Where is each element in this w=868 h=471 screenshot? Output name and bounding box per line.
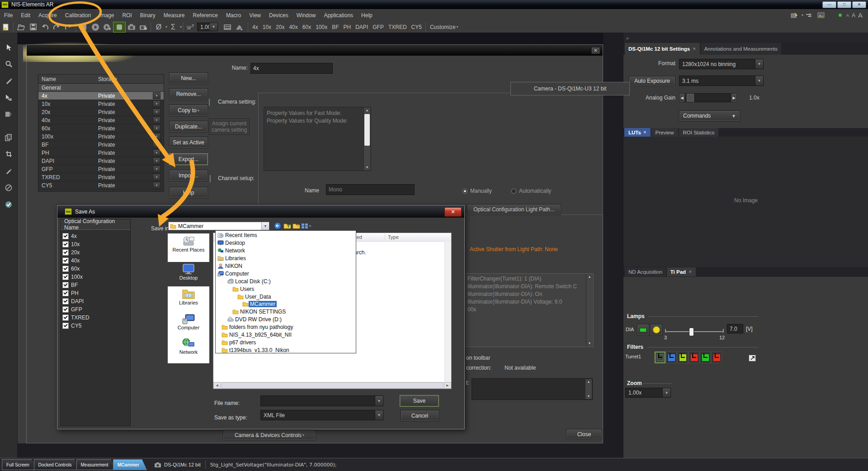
camera-setting-checkbox[interactable] — [209, 99, 210, 106]
tab-ti-pad[interactable]: Ti Pad✕ — [667, 267, 696, 276]
tab-camera-settings[interactable]: DS-Qi1Mc 12 bit Settings✕ — [625, 43, 700, 55]
comment-scrollbar[interactable]: ▲▼ — [585, 379, 592, 399]
save-in-dropdown-icon[interactable]: ▼ — [261, 222, 269, 230]
row-dropdown-icon[interactable]: ▼ — [153, 141, 160, 148]
disabled-tool-icon[interactable] — [0, 179, 17, 196]
set-as-active-button[interactable]: Set as Active — [169, 137, 208, 148]
shortcut-txred[interactable]: TXRED — [386, 22, 409, 32]
tree-item-users[interactable]: Users — [216, 285, 356, 293]
customize-button[interactable]: Customize▾ — [428, 22, 461, 32]
back-folder-icon[interactable] — [273, 221, 282, 231]
camera-settings-icon[interactable] — [137, 22, 149, 32]
menu-edit[interactable]: Edit — [17, 9, 34, 21]
wide-tele-tool-icon[interactable]: WT — [185, 22, 197, 32]
tab-close-icon[interactable]: ✕ — [643, 130, 646, 134]
layout-tab-docked-controls[interactable]: Docked Controls — [34, 459, 80, 470]
menu-measure[interactable]: Measure — [160, 9, 189, 21]
auto-exposure-button[interactable]: Auto Exposure — [629, 76, 675, 86]
menu-acquire[interactable]: Acquire — [34, 9, 61, 21]
export-button[interactable]: Export... — [169, 153, 208, 165]
shortcut-cy5[interactable]: CY5 — [409, 22, 424, 32]
layout-tab-full-screen[interactable]: Full Screen — [2, 459, 37, 470]
fill-tool-icon[interactable] — [233, 22, 245, 32]
row-dropdown-icon[interactable]: ▼ — [153, 149, 160, 156]
channel-setup-checkbox[interactable] — [210, 175, 211, 182]
config-row-txred[interactable]: TXREDPrivate▼ — [38, 173, 164, 181]
check-item-dapi[interactable]: DAPI — [62, 297, 130, 305]
magnification-select[interactable]: 1.00x▼ — [197, 23, 218, 31]
place-computer[interactable]: Computer — [168, 313, 209, 330]
shortcut-20x[interactable]: 20x — [274, 22, 287, 32]
row-dropdown-icon[interactable]: ▼ — [153, 117, 160, 124]
menu-file[interactable]: File — [0, 9, 17, 21]
place-desktop[interactable]: Desktop — [168, 263, 209, 281]
lut-panel-icon[interactable] — [222, 22, 233, 32]
menu-calibration[interactable]: Calibration — [61, 9, 95, 21]
filter-position-3-button[interactable] — [677, 352, 688, 363]
menu-macro[interactable]: Macro — [222, 9, 245, 21]
name-input[interactable]: 4x — [250, 63, 333, 74]
menu-window[interactable]: Window — [292, 9, 320, 21]
tree-item-user-data[interactable]: User_Data — [216, 293, 356, 300]
tree-item-desktop[interactable]: Desktop — [216, 239, 356, 247]
menu-devices[interactable]: Devices — [265, 9, 292, 21]
config-row-10x[interactable]: 10xPrivate▼ — [38, 100, 164, 108]
layers-brush-icon[interactable] — [789, 10, 801, 20]
config-row-ph[interactable]: PHPrivate▼ — [38, 149, 164, 157]
pointer-options-icon[interactable] — [0, 89, 17, 106]
tab-close-icon[interactable]: ✕ — [693, 47, 696, 51]
zoom-select[interactable]: 1.00x▼ — [625, 388, 671, 398]
font-size-small-icon[interactable]: A — [846, 13, 849, 18]
tree-item-dvd-drive[interactable]: DVD RW Drive (D:) — [216, 316, 356, 324]
config-row-gfp[interactable]: GFPPrivate▼ — [38, 165, 164, 173]
remove-button[interactable]: Remove... — [169, 88, 208, 100]
tree-item-t1394bus[interactable]: t1394bus_v1.33.0_Nikon — [216, 346, 356, 354]
filter-position-1-button[interactable] — [655, 352, 665, 363]
duplicate-document-icon[interactable] — [0, 129, 17, 146]
row-dropdown-icon[interactable]: ▼ — [153, 100, 160, 107]
check-item-20x[interactable]: 20x — [62, 248, 130, 257]
filter-position-2-button[interactable] — [666, 352, 677, 363]
checklist-header[interactable]: Optical Configuration Name — [61, 219, 130, 230]
check-item-40x[interactable]: 40x — [62, 257, 130, 265]
config-row-100x[interactable]: 100xPrivate▼ — [38, 133, 164, 141]
menu-view[interactable]: View — [245, 9, 265, 21]
optical-dialog-close-icon[interactable]: ✕ — [591, 47, 600, 54]
config-row-20x[interactable]: 20xPrivate▼ — [38, 108, 164, 116]
check-item-4x[interactable]: 4x — [62, 232, 130, 240]
check-item-60x[interactable]: 60x — [62, 265, 130, 273]
gain-slider-thumb[interactable] — [687, 94, 694, 102]
tab-luts[interactable]: LUTs✕ — [624, 128, 651, 137]
filter-position-4-button[interactable] — [689, 352, 699, 363]
tab-preview[interactable]: Preview — [651, 128, 678, 137]
shortcut-10x[interactable]: 10x — [260, 22, 274, 32]
image-window-icon[interactable] — [815, 10, 827, 20]
arrange-windows-icon[interactable] — [803, 10, 815, 20]
filter-position-6-button[interactable] — [711, 352, 722, 363]
exposure-select[interactable]: 3.1 ms▼ — [679, 76, 764, 86]
tree-item-recent-items[interactable]: Recent Items — [216, 232, 356, 239]
dialog-close-button[interactable]: Close — [566, 429, 602, 440]
sum-icon[interactable]: Σ — [167, 22, 179, 32]
tree-item-folders-nyu[interactable]: folders from nyu pathology — [216, 324, 356, 331]
save-button[interactable]: Save — [400, 395, 439, 407]
row-dropdown-icon[interactable]: ▼ — [153, 174, 160, 181]
shortcut-60x[interactable]: 60x — [300, 22, 313, 32]
maximize-button[interactable]: □ — [837, 1, 851, 8]
config-row-4x[interactable]: 4xPrivate▼ — [38, 92, 164, 100]
format-select[interactable]: 1280x1024 no binning▼ — [679, 59, 764, 69]
tree-item-mcammer[interactable]: MCammer — [216, 300, 356, 308]
voltage-slider-thumb[interactable] — [689, 328, 694, 336]
shortcut-4x[interactable]: 4x — [250, 22, 260, 32]
check-item-gfp[interactable]: GFP — [62, 305, 130, 314]
camera-capture-icon[interactable] — [126, 22, 137, 32]
row-dropdown-icon[interactable]: ▼ — [153, 92, 160, 99]
save-as-type-combobox[interactable]: XML File▼ — [260, 410, 383, 420]
tab-annotations[interactable]: Annotations and Measurements — [701, 43, 781, 55]
device-list-scrollbar[interactable]: ▲▼ — [586, 274, 593, 346]
null-roi-icon[interactable]: Ø — [153, 22, 165, 32]
light-path-button[interactable]: Optical Configuration Light Path... — [467, 204, 561, 215]
new-folder-icon[interactable] — [292, 221, 301, 231]
group-row[interactable]: General — [38, 84, 164, 92]
check-item-bf[interactable]: BF — [62, 281, 130, 289]
